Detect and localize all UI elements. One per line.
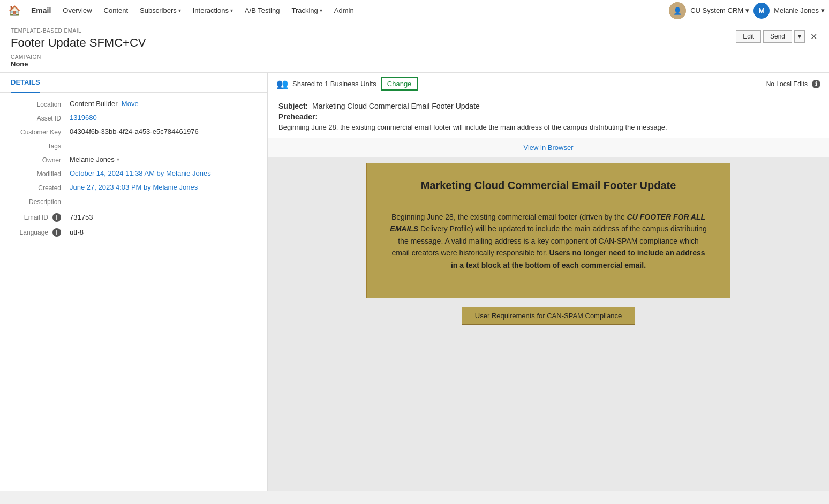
nav-item-overview[interactable]: Overview xyxy=(57,0,97,21)
email-card: Marketing Cloud Commercial Email Footer … xyxy=(366,163,730,298)
sharing-text: Shared to 1 Business Units xyxy=(292,80,376,88)
assetid-link[interactable]: 1319680 xyxy=(70,114,97,122)
detail-row-description: Description xyxy=(11,197,257,206)
sharing-icon: 👥 xyxy=(276,78,288,90)
language-value: utf-8 xyxy=(70,228,257,236)
modified-value: October 14, 2024 11:38 AM by Melanie Jon… xyxy=(70,169,257,177)
nav-item-tracking[interactable]: Tracking ▾ xyxy=(286,0,327,21)
top-navigation: 🏠 Email Overview Content Subscribers ▾ I… xyxy=(0,0,829,21)
assetid-label: Asset ID xyxy=(11,114,70,122)
language-label: Language i xyxy=(11,227,70,237)
owner-label: Owner xyxy=(11,155,70,164)
svg-text:👤: 👤 xyxy=(673,6,682,16)
created-value: June 27, 2023 4:03 PM by Melanie Jones xyxy=(70,183,257,191)
change-button[interactable]: Change xyxy=(381,77,418,91)
main-content: DETAILS Location Content Builder Move As… xyxy=(0,73,829,491)
emailid-label: Email ID i xyxy=(11,212,70,222)
subscribers-dropdown-icon: ▾ xyxy=(178,7,181,13)
detail-row-owner: Owner Melanie Jones ▾ xyxy=(11,155,257,164)
no-local-edits-info-icon[interactable]: ℹ xyxy=(812,80,820,88)
owner-value: Melanie Jones ▾ xyxy=(70,155,257,163)
send-button[interactable]: Send xyxy=(763,30,792,43)
created-link: June 27, 2023 4:03 PM by Melanie Jones xyxy=(70,183,198,191)
close-button[interactable]: ✕ xyxy=(807,31,820,43)
nav-item-subscribers[interactable]: Subscribers ▾ xyxy=(134,0,186,21)
page-title: Footer Update SFMC+CV xyxy=(11,36,818,50)
subject-line: Subject: Marketing Cloud Commercial Emai… xyxy=(278,102,818,110)
location-label: Location xyxy=(11,100,70,108)
customerkey-value: 04304f6b-33bb-4f24-a453-e5c784461976 xyxy=(70,127,257,136)
home-icon[interactable]: 🏠 xyxy=(4,5,25,17)
campaign-section: CAMPAIGN None xyxy=(11,54,818,68)
details-tab: DETAILS xyxy=(0,73,267,93)
header-buttons: Edit Send ▾ ✕ xyxy=(736,30,820,43)
subject-label: Subject: xyxy=(278,102,308,110)
detail-row-modified: Modified October 14, 2024 11:38 AM by Me… xyxy=(11,169,257,178)
interactions-dropdown-icon: ▾ xyxy=(230,7,233,13)
page-header: TEMPLATE-BASED EMAIL Footer Update SFMC+… xyxy=(0,21,829,73)
preheader-text: Beginning June 28, the existing commerci… xyxy=(278,123,818,131)
owner-dropdown-icon[interactable]: ▾ xyxy=(117,156,119,162)
modified-link: October 14, 2024 11:38 AM by Melanie Jon… xyxy=(70,169,211,177)
email-action-row: User Requirements for CAN-SPAM Complianc… xyxy=(278,298,818,335)
user-menu[interactable]: Melanie Jones ▾ xyxy=(774,6,825,14)
details-grid: Location Content Builder Move Asset ID 1… xyxy=(0,93,267,249)
campaign-value: None xyxy=(11,60,818,68)
email-content-wrapper: Marketing Cloud Commercial Email Footer … xyxy=(268,157,829,341)
detail-row-customerkey: Customer Key 04304f6b-33bb-4f24-a453-e5c… xyxy=(11,127,257,136)
nav-item-abtesting[interactable]: A/B Testing xyxy=(239,0,285,21)
move-link[interactable]: Move xyxy=(122,100,139,108)
view-in-browser-bar: View in Browser xyxy=(268,138,829,157)
view-in-browser-link[interactable]: View in Browser xyxy=(524,144,574,152)
tracking-dropdown-icon: ▾ xyxy=(320,7,322,13)
assetid-value: 1319680 xyxy=(70,114,257,122)
customerkey-label: Customer Key xyxy=(11,127,70,136)
language-info-icon[interactable]: i xyxy=(52,228,61,237)
modified-label: Modified xyxy=(11,169,70,178)
send-dropdown-button[interactable]: ▾ xyxy=(794,30,805,43)
right-panel: 👥 Shared to 1 Business Units Change No L… xyxy=(268,73,829,491)
detail-row-location: Location Content Builder Move xyxy=(11,100,257,108)
subject-area: Subject: Marketing Cloud Commercial Emai… xyxy=(268,95,829,138)
detail-row-tags: Tags xyxy=(11,141,257,150)
emailid-value: 731753 xyxy=(70,213,257,221)
nav-email[interactable]: Email xyxy=(26,6,56,15)
created-label: Created xyxy=(11,183,70,192)
email-preview-area: Subject: Marketing Cloud Commercial Emai… xyxy=(268,95,829,491)
detail-row-assetid: Asset ID 1319680 xyxy=(11,114,257,122)
email-card-title: Marketing Cloud Commercial Email Footer … xyxy=(388,179,709,200)
no-local-edits: No Local Edits ℹ xyxy=(766,80,820,88)
org-dropdown-icon: ▾ xyxy=(745,6,749,14)
template-label: TEMPLATE-BASED EMAIL xyxy=(11,28,818,34)
campaign-label: CAMPAIGN xyxy=(11,54,818,60)
org-selector[interactable]: CU System CRM ▾ xyxy=(690,6,749,14)
nav-item-content[interactable]: Content xyxy=(99,0,134,21)
edit-button[interactable]: Edit xyxy=(736,30,761,43)
subject-value: Marketing Cloud Commercial Email Footer … xyxy=(312,102,480,110)
preheader-label: Preheader: xyxy=(278,112,818,121)
can-spam-button[interactable]: User Requirements for CAN-SPAM Complianc… xyxy=(462,307,635,325)
nav-item-admin[interactable]: Admin xyxy=(329,0,359,21)
tags-label: Tags xyxy=(11,141,70,150)
description-label: Description xyxy=(11,197,70,206)
user-dropdown-icon: ▾ xyxy=(821,6,825,14)
user-avatar: M xyxy=(753,3,770,19)
detail-row-emailid: Email ID i 731753 xyxy=(11,212,257,222)
detail-row-language: Language i utf-8 xyxy=(11,227,257,237)
emailid-info-icon[interactable]: i xyxy=(52,213,61,222)
sharing-bar: 👥 Shared to 1 Business Units Change No L… xyxy=(268,73,829,95)
org-avatar: 👤 xyxy=(669,2,686,19)
detail-row-created: Created June 27, 2023 4:03 PM by Melanie… xyxy=(11,183,257,192)
location-value: Content Builder Move xyxy=(70,100,257,108)
left-panel: DETAILS Location Content Builder Move As… xyxy=(0,73,268,491)
nav-right-section: 👤 CU System CRM ▾ M Melanie Jones ▾ xyxy=(669,2,825,19)
details-tab-label[interactable]: DETAILS xyxy=(11,73,40,93)
email-card-body: Beginning June 28, the existing commerci… xyxy=(388,211,709,271)
nav-item-interactions[interactable]: Interactions ▾ xyxy=(187,0,238,21)
